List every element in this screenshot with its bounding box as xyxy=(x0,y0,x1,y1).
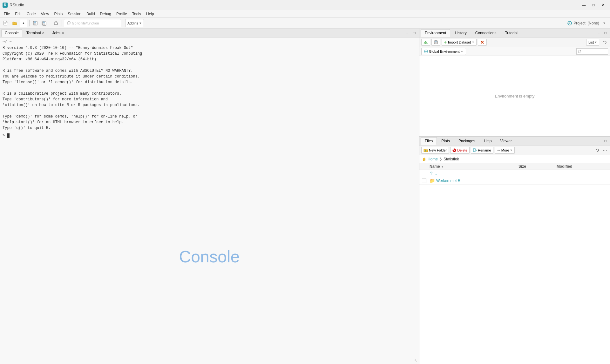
left-minimize-button[interactable]: − xyxy=(404,30,410,36)
name-sort-icon: ▼ xyxy=(441,165,444,168)
modified-header[interactable]: Modified xyxy=(557,164,607,169)
import-dataset-button[interactable]: Import Dataset xyxy=(442,39,477,46)
global-env-bar: Global Environment xyxy=(419,47,610,56)
open-recent-button[interactable] xyxy=(20,19,27,27)
files-more-options[interactable]: ⋯ xyxy=(602,147,608,153)
main-layout: Console Terminal ✕ Jobs ✕ − □ ~/ ~ R ver… xyxy=(0,29,610,364)
tab-files[interactable]: Files xyxy=(421,137,437,145)
titlebar: R RStudio — □ ✕ xyxy=(0,0,610,10)
name-header[interactable]: Name ▼ xyxy=(430,164,518,169)
env-search-input[interactable] xyxy=(576,48,608,55)
toolbar-sep-1 xyxy=(29,20,30,26)
viewer-tab-label: Viewer xyxy=(500,139,512,143)
tab-viewer[interactable]: Viewer xyxy=(496,137,516,145)
tab-history[interactable]: History xyxy=(451,29,471,37)
file-name-folder[interactable]: 📁 Werken met R xyxy=(430,178,518,183)
menu-edit[interactable]: Edit xyxy=(12,11,24,17)
menu-file[interactable]: File xyxy=(1,11,12,17)
size-header[interactable]: Size xyxy=(518,164,557,169)
goto-file-placeholder: Go to file/function xyxy=(72,21,99,25)
rename-button[interactable]: Rename xyxy=(471,147,493,154)
project-dropdown-button[interactable] xyxy=(600,19,608,27)
more-button[interactable]: More xyxy=(495,147,515,154)
tab-packages[interactable]: Packages xyxy=(454,137,479,145)
file-name-parent[interactable]: ⇧ .. xyxy=(430,171,518,176)
prompt-symbol: > xyxy=(3,133,5,138)
breadcrumb-home[interactable]: Home xyxy=(428,157,438,161)
files-maximize-button[interactable]: □ xyxy=(602,138,609,144)
clear-console-button[interactable] xyxy=(478,39,487,46)
open-file-button[interactable] xyxy=(11,19,18,27)
files-breadcrumb: Home ❯ Statistiek xyxy=(419,155,610,163)
menu-session[interactable]: Session xyxy=(65,11,84,17)
jobs-tab-label: Jobs xyxy=(52,31,60,35)
menu-profile[interactable]: Profile xyxy=(114,11,130,17)
breadcrumb-sep: ❯ xyxy=(439,157,442,161)
name-col-label: Name xyxy=(430,164,440,169)
env-refresh-button[interactable] xyxy=(602,39,608,45)
files-table: Name ▼ Size Modified ⇧ .. xyxy=(419,163,610,364)
svg-point-31 xyxy=(579,50,581,52)
right-panel: Environment History Connections Tutorial… xyxy=(419,29,610,364)
folder-name: Werken met R xyxy=(436,179,460,183)
save-all-button[interactable] xyxy=(40,19,48,27)
env-empty-text: Environment is empty xyxy=(495,94,535,98)
left-maximize-button[interactable]: □ xyxy=(411,30,417,36)
tab-jobs[interactable]: Jobs ✕ xyxy=(49,29,67,37)
new-folder-label: New Folder xyxy=(429,148,447,152)
maximize-button[interactable]: □ xyxy=(589,2,598,8)
svg-point-17 xyxy=(57,23,58,24)
addins-button[interactable]: Addins xyxy=(125,19,144,27)
menu-code[interactable]: Code xyxy=(24,11,38,17)
console-prompt[interactable]: > xyxy=(3,133,416,138)
load-workspace-button[interactable] xyxy=(421,39,430,46)
help-tab-label: Help xyxy=(484,139,492,143)
menu-tools[interactable]: Tools xyxy=(130,11,144,17)
tab-connections[interactable]: Connections xyxy=(471,29,501,37)
terminal-tab-close[interactable]: ✕ xyxy=(42,31,44,35)
files-toolbar: New Folder Delete Rename More xyxy=(419,145,610,155)
list-view-button[interactable]: List xyxy=(586,39,599,46)
svg-point-40 xyxy=(499,150,500,150)
global-env-dropdown[interactable]: Global Environment xyxy=(421,48,466,55)
env-maximize-button[interactable]: □ xyxy=(602,30,609,36)
list-item: 📁 Werken met R xyxy=(419,177,610,185)
goto-file-input[interactable]: Go to file/function xyxy=(64,19,121,27)
packages-tab-label: Packages xyxy=(458,139,475,143)
menu-debug[interactable]: Debug xyxy=(98,11,114,17)
save-button[interactable] xyxy=(31,19,39,27)
tab-environment[interactable]: Environment xyxy=(421,29,450,37)
tab-tutorial[interactable]: Tutorial xyxy=(501,29,522,37)
row-checkbox-1[interactable] xyxy=(422,179,426,183)
tab-help[interactable]: Help xyxy=(480,137,496,145)
console-cursor xyxy=(7,133,10,138)
new-file-button[interactable] xyxy=(2,19,10,27)
import-label: Import Dataset xyxy=(448,40,471,44)
toolbar-sep-4 xyxy=(123,20,123,26)
toolbar-sep-3 xyxy=(62,20,62,26)
menu-help[interactable]: Help xyxy=(144,11,157,17)
files-minimize-button[interactable]: − xyxy=(595,138,602,144)
svg-rect-15 xyxy=(55,21,57,23)
menu-view[interactable]: View xyxy=(38,11,52,17)
tab-plots[interactable]: Plots xyxy=(437,137,454,145)
files-refresh-button[interactable] xyxy=(594,147,600,153)
new-folder-button[interactable]: New Folder xyxy=(421,147,449,154)
save-workspace-button[interactable] xyxy=(431,39,440,46)
env-tab-label: Environment xyxy=(425,31,446,35)
global-env-label: Global Environment xyxy=(429,50,460,53)
svg-rect-13 xyxy=(44,24,45,25)
env-minimize-button[interactable]: − xyxy=(595,30,602,36)
files-panel-controls: − □ xyxy=(595,138,609,144)
minimize-button[interactable]: — xyxy=(580,2,588,8)
close-button[interactable]: ✕ xyxy=(599,2,607,8)
files-header: Name ▼ Size Modified xyxy=(419,163,610,170)
print-button[interactable] xyxy=(52,19,60,27)
tab-console[interactable]: Console xyxy=(1,29,22,37)
delete-button[interactable]: Delete xyxy=(450,147,470,154)
console-resize-handle[interactable]: ↖ xyxy=(414,358,417,363)
menu-plots[interactable]: Plots xyxy=(52,11,65,17)
menu-build[interactable]: Build xyxy=(84,11,98,17)
tab-terminal[interactable]: Terminal ✕ xyxy=(23,29,48,37)
jobs-tab-close[interactable]: ✕ xyxy=(62,31,64,35)
